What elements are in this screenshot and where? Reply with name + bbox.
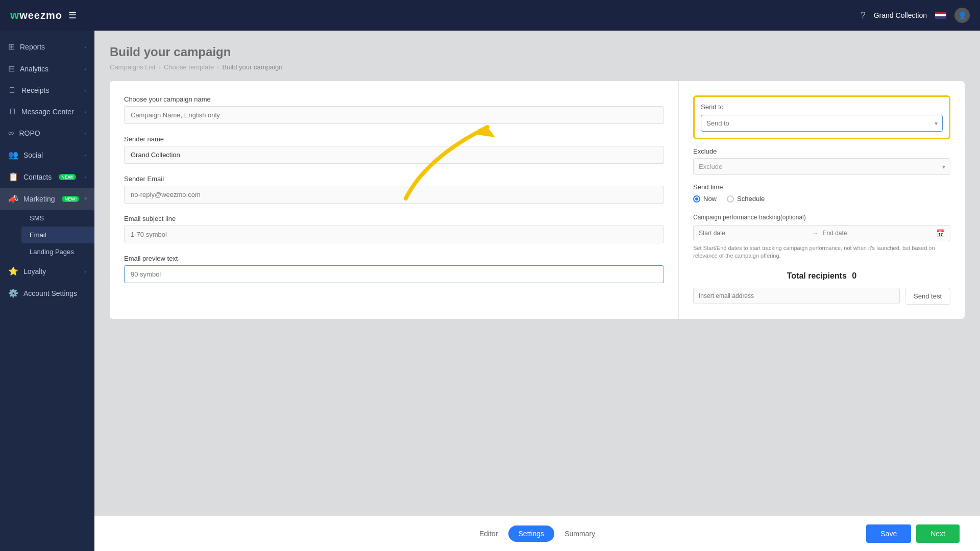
chevron-marketing: ▾ (84, 195, 87, 202)
navbar-right: ? Grand Collection 👤 (861, 8, 970, 23)
sender-name-group: Sender name (124, 135, 664, 164)
campaign-name-label: Choose your campaign name (124, 95, 664, 103)
tab-summary[interactable]: Summary (554, 525, 605, 542)
sidebar-item-label-ropo: ROPO (19, 129, 40, 137)
left-panel: Choose your campaign name Sender name Se… (110, 81, 679, 319)
sidebar-item-ropo[interactable]: ∞ ROPO › (0, 122, 94, 144)
campaign-container: Choose your campaign name Sender name Se… (110, 81, 965, 319)
sender-email-label: Sender Email (124, 175, 664, 183)
performance-group: Campaign performance tracking(optional) … (693, 214, 950, 260)
social-icon: 👥 (8, 150, 18, 160)
sidebar-item-receipts[interactable]: 🗒 Receipts › (0, 80, 94, 101)
avatar-icon: 👤 (958, 11, 967, 19)
page-title: Build your campaign (110, 45, 965, 59)
account-settings-icon: ⚙️ (8, 288, 18, 298)
sidebar-item-landing-pages[interactable]: Landing Pages (21, 243, 94, 260)
exclude-label: Exclude (693, 147, 950, 155)
sidebar-item-contacts[interactable]: 📋 Contacts NEW! › (0, 166, 94, 188)
sidebar-item-label-account-settings: Account Settings (23, 289, 77, 297)
radio-now-circle (693, 195, 700, 203)
sidebar-item-reports[interactable]: ⊞ Reports › (0, 36, 94, 58)
sidebar-item-label-marketing: Marketing (23, 195, 55, 203)
sidebar-item-label-receipts: Receipts (21, 86, 49, 94)
preview-group: Email preview text (124, 255, 664, 283)
sms-label: SMS (30, 214, 44, 222)
calendar-icon: 📅 (936, 229, 945, 237)
sidebar-item-account-settings[interactable]: ⚙️ Account Settings (0, 282, 94, 304)
breadcrumb-campaigns-list[interactable]: Campaigns List (110, 63, 156, 71)
radio-group: Now Schedule (693, 195, 950, 203)
perf-label: Campaign performance tracking(optional) (693, 214, 950, 221)
help-icon[interactable]: ? (861, 10, 866, 21)
right-panel: Send to ▾ Exclude Exclude ▾ Send time (679, 81, 965, 319)
perf-description: Set Start/End dates to start tracking ca… (693, 244, 950, 260)
sidebar-item-label-reports: Reports (20, 43, 45, 51)
landing-pages-label: Landing Pages (30, 248, 74, 256)
sidebar-item-label-contacts: Contacts (23, 173, 52, 181)
tab-editor[interactable]: Editor (469, 525, 508, 542)
tab-settings[interactable]: Settings (508, 525, 555, 542)
breadcrumb: Campaigns List › Choose template › Build… (110, 63, 965, 71)
send-time-group: Send time Now Schedule (693, 183, 950, 203)
bottom-tabs: Editor Settings Summary (469, 525, 605, 542)
send-test-button[interactable]: Send test (905, 288, 950, 305)
radio-schedule-label: Schedule (737, 195, 765, 203)
next-button[interactable]: Next (916, 524, 960, 543)
chevron-social: › (84, 152, 86, 158)
exclude-select[interactable]: Exclude (693, 158, 950, 175)
radio-schedule-circle (727, 195, 734, 203)
sender-name-label: Sender name (124, 135, 664, 143)
marketing-icon: 📣 (8, 194, 18, 204)
sidebar-item-label-loyalty: Loyalty (23, 267, 46, 276)
chevron-reports: › (84, 44, 86, 50)
send-to-field-wrap: ▾ (701, 115, 943, 132)
sidebar-item-loyalty[interactable]: ⭐ Loyalty › (0, 260, 94, 282)
send-to-dropdown-icon: ▾ (935, 120, 938, 127)
preview-label: Email preview text (124, 255, 664, 262)
sidebar-item-analytics[interactable]: ⊟ Analytics › (0, 58, 94, 80)
save-button[interactable]: Save (866, 524, 911, 543)
bottom-toolbar: Editor Settings Summary Save Next (94, 515, 980, 551)
hamburger-icon[interactable]: ☰ (68, 10, 77, 21)
navbar: wweezmo ☰ ? Grand Collection 👤 (0, 0, 980, 31)
bottom-actions: Save Next (866, 524, 960, 543)
sidebar-item-label-analytics: Analytics (20, 65, 48, 73)
radio-schedule[interactable]: Schedule (727, 195, 765, 203)
preview-input[interactable] (124, 265, 664, 283)
chevron-analytics: › (84, 66, 86, 72)
language-flag[interactable] (935, 12, 946, 19)
email-label: Email (30, 231, 46, 239)
chevron-receipts: › (84, 87, 86, 93)
sidebar-item-label-message-center: Message Center (21, 108, 74, 116)
user-avatar[interactable]: 👤 (954, 8, 970, 23)
sender-name-input[interactable] (124, 146, 664, 164)
contacts-icon: 📋 (8, 172, 18, 182)
end-date-input[interactable] (823, 230, 933, 237)
date-arrow-icon: → (813, 230, 819, 237)
sidebar-item-email[interactable]: Email (21, 227, 94, 243)
sidebar-item-message-center[interactable]: 🖥 Message Center › (0, 101, 94, 122)
subject-group: Email subject line (124, 215, 664, 243)
sidebar-item-sms[interactable]: SMS (21, 210, 94, 227)
send-to-wrapper: Send to ▾ (693, 95, 950, 139)
analytics-icon: ⊟ (8, 64, 15, 73)
breadcrumb-build-campaign: Build your campaign (223, 63, 283, 71)
sender-email-input[interactable] (124, 186, 664, 204)
app-logo[interactable]: wweezmo (10, 9, 62, 22)
start-date-input[interactable] (699, 230, 808, 237)
subject-input[interactable] (124, 226, 664, 243)
breadcrumb-sep-1: › (159, 63, 161, 71)
marketing-badge: NEW! (62, 196, 79, 202)
sidebar-item-social[interactable]: 👥 Social › (0, 144, 94, 166)
campaign-name-input[interactable] (124, 106, 664, 124)
send-time-label: Send time (693, 183, 950, 191)
subject-label: Email subject line (124, 215, 664, 222)
radio-now[interactable]: Now (693, 195, 717, 203)
sidebar-item-marketing[interactable]: 📣 Marketing NEW! ▾ (0, 188, 94, 210)
breadcrumb-choose-template[interactable]: Choose template (164, 63, 214, 71)
send-to-input[interactable] (701, 115, 943, 132)
send-test-email-input[interactable] (693, 288, 900, 304)
campaign-name-group: Choose your campaign name (124, 95, 664, 124)
sidebar-item-label-social: Social (23, 151, 43, 159)
exclude-select-wrap: Exclude ▾ (693, 158, 950, 175)
